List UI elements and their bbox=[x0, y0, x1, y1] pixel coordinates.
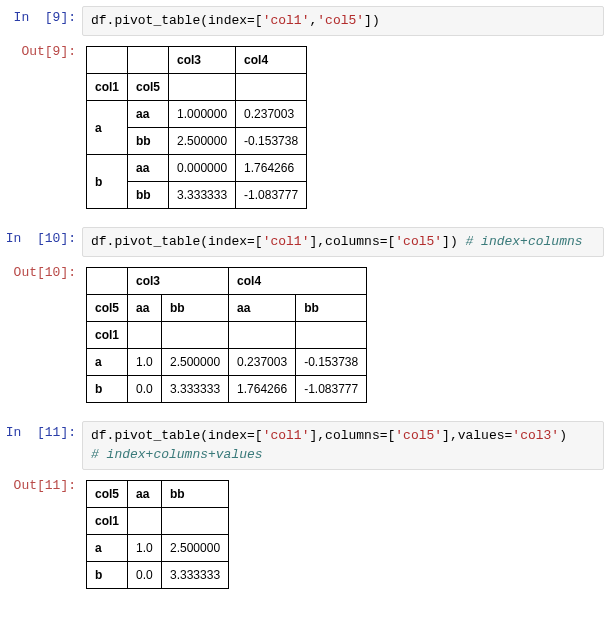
row-index: aa bbox=[128, 155, 169, 182]
table-row: a 1.0 2.500000 0.237003 -0.153738 bbox=[87, 349, 367, 376]
cell-value: 0.0 bbox=[128, 376, 162, 403]
in-prompt-11: In [11]: bbox=[0, 421, 82, 440]
cell-value: 3.333333 bbox=[169, 182, 236, 209]
col-header: col3 bbox=[169, 47, 236, 74]
row-index: a bbox=[87, 534, 128, 561]
output-area-11: col5 aa bb col1 a 1.0 2.500000 b 0.0 3.3… bbox=[82, 474, 604, 603]
row-index: a bbox=[87, 349, 128, 376]
cell-value: 1.764266 bbox=[229, 376, 296, 403]
blank-cell bbox=[296, 322, 367, 349]
col-subheader: bb bbox=[162, 295, 229, 322]
blank-cell bbox=[128, 322, 162, 349]
table-row: a 1.0 2.500000 bbox=[87, 534, 229, 561]
col5-label: col5 bbox=[87, 480, 128, 507]
cell-value: 3.333333 bbox=[162, 561, 229, 588]
col-subheader: aa bbox=[128, 295, 162, 322]
blank-cell bbox=[229, 322, 296, 349]
col-subheader: bb bbox=[162, 480, 229, 507]
cell-value: 0.0 bbox=[128, 561, 162, 588]
cell-9-input: In [9]: df.pivot_table(index=['col1','co… bbox=[0, 6, 604, 36]
col-subheader: aa bbox=[128, 480, 162, 507]
cell-11-input: In [11]: df.pivot_table(index=['col1'],c… bbox=[0, 421, 604, 469]
table-row: b 0.0 3.333333 1.764266 -1.083777 bbox=[87, 376, 367, 403]
table-row: b aa 0.000000 1.764266 bbox=[87, 155, 307, 182]
cell-value: 2.500000 bbox=[162, 534, 229, 561]
output-table-11: col5 aa bb col1 a 1.0 2.500000 b 0.0 3.3… bbox=[86, 480, 229, 589]
table-row: b 0.0 3.333333 bbox=[87, 561, 229, 588]
cell-value: 1.0 bbox=[128, 349, 162, 376]
code-input-9[interactable]: df.pivot_table(index=['col1','col5']) bbox=[82, 6, 604, 36]
output-area-10: col3 col4 col5 aa bb aa bb col1 a 1.0 2.… bbox=[82, 261, 604, 417]
blank-cell bbox=[162, 507, 229, 534]
cell-value: -0.153738 bbox=[236, 128, 307, 155]
cell-value: 2.500000 bbox=[169, 128, 236, 155]
col5-label: col5 bbox=[87, 295, 128, 322]
cell-value: -1.083777 bbox=[236, 182, 307, 209]
in-prompt-10: In [10]: bbox=[0, 227, 82, 246]
row-index: b bbox=[87, 376, 128, 403]
output-area-9: col3 col4 col1 col5 a aa 1.000000 0.2370… bbox=[82, 40, 604, 223]
table-row: a aa 1.000000 0.237003 bbox=[87, 101, 307, 128]
cell-value: 1.0 bbox=[128, 534, 162, 561]
row-index: b bbox=[87, 155, 128, 209]
cell-10-input: In [10]: df.pivot_table(index=['col1'],c… bbox=[0, 227, 604, 257]
cell-11-output: Out[11]: col5 aa bb col1 a 1.0 2.500000 … bbox=[0, 474, 604, 603]
col-header: col4 bbox=[229, 268, 367, 295]
cell-value: -0.153738 bbox=[296, 349, 367, 376]
cell-value: 1.764266 bbox=[236, 155, 307, 182]
blank-cell bbox=[169, 74, 236, 101]
blank-header bbox=[87, 47, 128, 74]
cell-value: 0.237003 bbox=[236, 101, 307, 128]
cell-value: 1.000000 bbox=[169, 101, 236, 128]
code-input-10[interactable]: df.pivot_table(index=['col1'],columns=['… bbox=[82, 227, 604, 257]
row-index: bb bbox=[128, 128, 169, 155]
cell-value: -1.083777 bbox=[296, 376, 367, 403]
col-subheader: bb bbox=[296, 295, 367, 322]
output-table-9: col3 col4 col1 col5 a aa 1.000000 0.2370… bbox=[86, 46, 307, 209]
cell-9-output: Out[9]: col3 col4 col1 col5 a aa 1.00000… bbox=[0, 40, 604, 223]
col-header: col3 bbox=[128, 268, 229, 295]
row-index: a bbox=[87, 101, 128, 155]
blank-cell bbox=[128, 507, 162, 534]
cell-value: 3.333333 bbox=[162, 376, 229, 403]
cell-value: 0.000000 bbox=[169, 155, 236, 182]
output-table-10: col3 col4 col5 aa bb aa bb col1 a 1.0 2.… bbox=[86, 267, 367, 403]
index-name: col5 bbox=[128, 74, 169, 101]
blank-cell bbox=[162, 322, 229, 349]
index-name: col1 bbox=[87, 74, 128, 101]
row-index: b bbox=[87, 561, 128, 588]
col-subheader: aa bbox=[229, 295, 296, 322]
row-index: bb bbox=[128, 182, 169, 209]
blank-header bbox=[128, 47, 169, 74]
out-prompt-11: Out[11]: bbox=[0, 474, 82, 493]
cell-value: 0.237003 bbox=[229, 349, 296, 376]
col-header: col4 bbox=[236, 47, 307, 74]
cell-value: 2.500000 bbox=[162, 349, 229, 376]
code-input-11[interactable]: df.pivot_table(index=['col1'],columns=['… bbox=[82, 421, 604, 469]
in-prompt-9: In [9]: bbox=[0, 6, 82, 25]
blank-header bbox=[87, 268, 128, 295]
row-index: aa bbox=[128, 101, 169, 128]
out-prompt-9: Out[9]: bbox=[0, 40, 82, 59]
index-name: col1 bbox=[87, 322, 128, 349]
index-name: col1 bbox=[87, 507, 128, 534]
out-prompt-10: Out[10]: bbox=[0, 261, 82, 280]
blank-cell bbox=[236, 74, 307, 101]
cell-10-output: Out[10]: col3 col4 col5 aa bb aa bb col1 bbox=[0, 261, 604, 417]
